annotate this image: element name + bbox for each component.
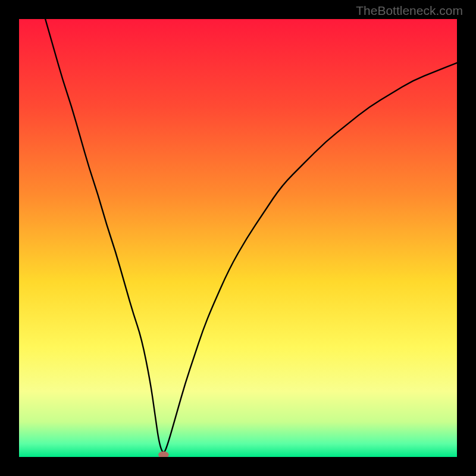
- watermark-text: TheBottleneck.com: [356, 4, 463, 18]
- gradient-rect: [19, 19, 457, 457]
- plot-area: [19, 19, 457, 457]
- chart-frame: TheBottleneck.com: [0, 0, 476, 476]
- chart-svg: [19, 19, 457, 457]
